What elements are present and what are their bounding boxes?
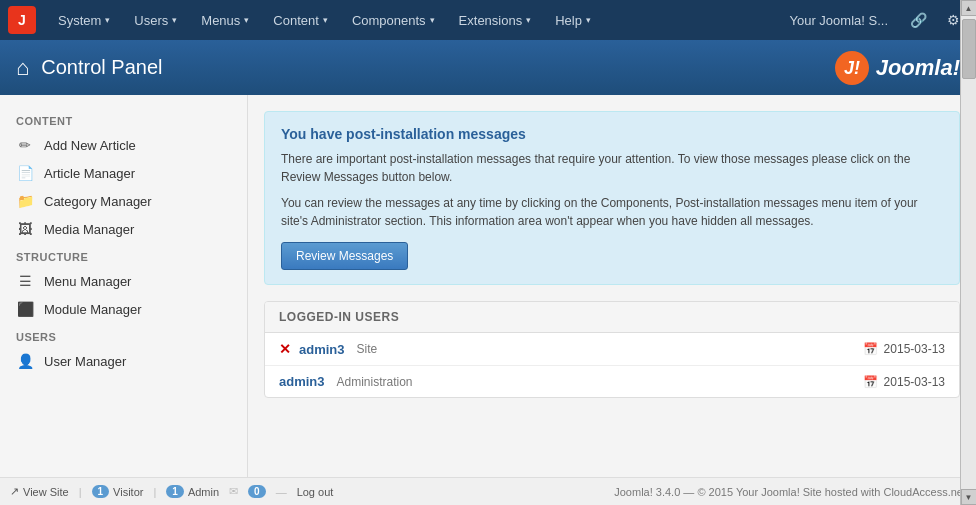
user-right-1: 📅 2015-03-13: [863, 342, 945, 356]
main-panel: You have post-installation messages Ther…: [248, 95, 976, 477]
sidebar: CONTENT ✏ Add New Article 📄 Article Mana…: [0, 95, 248, 477]
sidebar-section-content: CONTENT: [0, 107, 247, 131]
article-icon: 📄: [16, 165, 34, 181]
image-icon: 🖼: [16, 221, 34, 237]
visitor-item: 1 Visitor: [92, 485, 144, 498]
review-messages-button[interactable]: Review Messages: [281, 242, 408, 270]
separator: |: [79, 486, 82, 498]
version-text: Joomla! 3.4.0 — © 2015 Your Joomla! Site…: [614, 486, 966, 498]
nav-external-link-icon[interactable]: 🔗: [902, 6, 935, 34]
logout-item[interactable]: Log out: [297, 486, 334, 498]
nav-users[interactable]: Users ▾: [124, 7, 187, 34]
chevron-down-icon: ▾: [586, 15, 591, 25]
scroll-down-button[interactable]: ▼: [961, 489, 977, 505]
msg-item: 0: [248, 485, 266, 498]
username-1: admin3: [299, 342, 345, 357]
sidebar-item-menu-manager[interactable]: ☰ Menu Manager: [0, 267, 247, 295]
calendar-icon: 📅: [863, 342, 878, 356]
user-role-1: Site: [357, 342, 378, 356]
sidebar-item-article-manager[interactable]: 📄 Article Manager: [0, 159, 247, 187]
table-row: ✕ admin3 Site 📅 2015-03-13: [265, 333, 959, 366]
sidebar-section-structure: STRUCTURE: [0, 243, 247, 267]
joomla-brand: J! Joomla!: [834, 50, 960, 86]
sidebar-item-media-manager[interactable]: 🖼 Media Manager: [0, 215, 247, 243]
username-2: admin3: [279, 374, 325, 389]
sidebar-item-add-new-article[interactable]: ✏ Add New Article: [0, 131, 247, 159]
user-left-1: ✕ admin3 Site: [279, 341, 377, 357]
nav-extensions[interactable]: Extensions ▾: [449, 7, 542, 34]
folder-icon: 📁: [16, 193, 34, 209]
calendar-icon: 📅: [863, 375, 878, 389]
admin-badge: 1: [166, 485, 184, 498]
separator: —: [276, 486, 287, 498]
chevron-down-icon: ▾: [105, 15, 110, 25]
user-right-2: 📅 2015-03-13: [863, 375, 945, 389]
user-date-2: 2015-03-13: [884, 375, 945, 389]
sidebar-section-users: USERS: [0, 323, 247, 347]
close-icon[interactable]: ✕: [279, 341, 291, 357]
post-install-notice: You have post-installation messages Ther…: [264, 111, 960, 285]
user-role-2: Administration: [337, 375, 413, 389]
chevron-down-icon: ▾: [323, 15, 328, 25]
nav-help[interactable]: Help ▾: [545, 7, 601, 34]
scrollbar[interactable]: ▲ ▼: [960, 0, 976, 505]
scrollbar-track[interactable]: [961, 16, 976, 489]
sidebar-item-category-manager[interactable]: 📁 Category Manager: [0, 187, 247, 215]
visitor-label: Visitor: [113, 486, 143, 498]
logout-label[interactable]: Log out: [297, 486, 334, 498]
chevron-down-icon: ▾: [526, 15, 531, 25]
page-title: Control Panel: [41, 56, 162, 79]
scrollbar-thumb[interactable]: [962, 19, 976, 79]
home-icon: ⌂: [16, 55, 29, 81]
svg-text:J!: J!: [844, 58, 860, 78]
nav-content[interactable]: Content ▾: [263, 7, 338, 34]
view-site-item[interactable]: ↗ View Site: [10, 485, 69, 498]
admin-label: Admin: [188, 486, 219, 498]
nav-menus[interactable]: Menus ▾: [191, 7, 259, 34]
user-left-2: admin3 Administration: [279, 374, 413, 389]
notice-text-2: You can review the messages at any time …: [281, 194, 943, 230]
chevron-down-icon: ▾: [172, 15, 177, 25]
status-bar: ↗ View Site | 1 Visitor | 1 Admin ✉ 0 — …: [0, 477, 976, 505]
visitor-badge: 1: [92, 485, 110, 498]
edit-icon: ✏: [16, 137, 34, 153]
nav-site-name[interactable]: Your Joomla! S...: [779, 7, 898, 34]
top-navigation: J System ▾ Users ▾ Menus ▾ Content ▾ Com…: [0, 0, 976, 40]
admin-item: 1 Admin: [166, 485, 219, 498]
nav-components[interactable]: Components ▾: [342, 7, 445, 34]
sidebar-item-user-manager[interactable]: 👤 User Manager: [0, 347, 247, 375]
header-bar: ⌂ Control Panel J! Joomla!: [0, 40, 976, 95]
user-date-1: 2015-03-13: [884, 342, 945, 356]
nav-system[interactable]: System ▾: [48, 7, 120, 34]
joomla-logo-icon: J: [8, 6, 36, 34]
table-row: admin3 Administration 📅 2015-03-13: [265, 366, 959, 397]
menu-icon: ☰: [16, 273, 34, 289]
scroll-up-button[interactable]: ▲: [961, 0, 977, 16]
logged-in-users-header: LOGGED-IN USERS: [265, 302, 959, 333]
chevron-down-icon: ▾: [430, 15, 435, 25]
joomla-brand-icon: J!: [834, 50, 870, 86]
external-icon: ↗: [10, 485, 19, 498]
main-content-area: CONTENT ✏ Add New Article 📄 Article Mana…: [0, 95, 976, 477]
sidebar-item-module-manager[interactable]: ⬛ Module Manager: [0, 295, 247, 323]
logged-in-users-section: LOGGED-IN USERS ✕ admin3 Site 📅 2015-03-…: [264, 301, 960, 398]
notice-text-1: There are important post-installation me…: [281, 150, 943, 186]
msg-badge: 0: [248, 485, 266, 498]
view-site-label[interactable]: View Site: [23, 486, 69, 498]
separator: ✉: [229, 485, 238, 498]
chevron-down-icon: ▾: [244, 15, 249, 25]
user-icon: 👤: [16, 353, 34, 369]
module-icon: ⬛: [16, 301, 34, 317]
separator: |: [153, 486, 156, 498]
notice-title: You have post-installation messages: [281, 126, 943, 142]
